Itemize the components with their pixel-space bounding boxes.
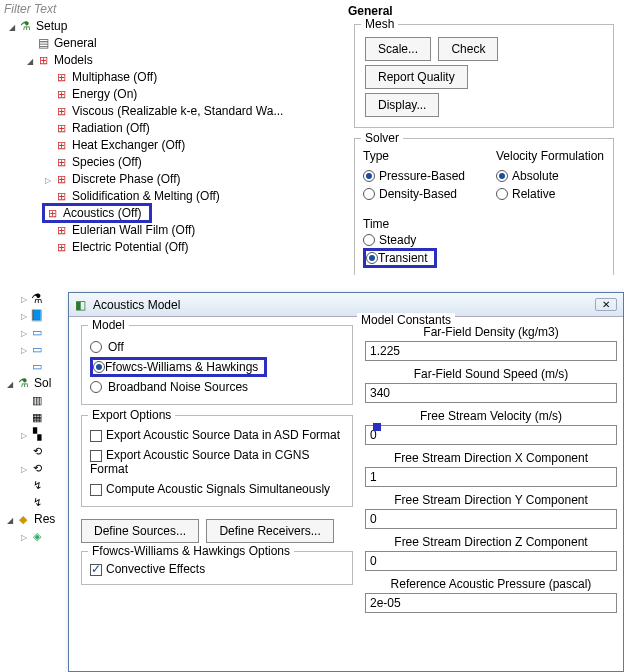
model-group-title: Model <box>88 318 129 332</box>
radio-density-based[interactable]: Density-Based <box>363 185 472 203</box>
tree-setup[interactable]: Setup <box>2 18 338 34</box>
tree-item[interactable] <box>0 426 66 442</box>
radio-absolute[interactable]: Absolute <box>496 167 605 185</box>
model-icon <box>54 104 68 118</box>
highlight-fwh: Ffowcs-Williams & Hawkings <box>90 357 267 377</box>
tree-energy[interactable]: Energy (On) <box>2 86 338 102</box>
disclosure-closed-icon[interactable] <box>18 291 30 305</box>
tree-electric-potential[interactable]: Electric Potential (Off) <box>2 239 338 255</box>
define-sources-button[interactable]: Define Sources... <box>81 519 199 543</box>
tree-item[interactable] <box>0 324 66 340</box>
scale-button[interactable]: Scale... <box>365 37 431 61</box>
shape-icon <box>30 325 44 339</box>
radio-broadband[interactable]: Broadband Noise Sources <box>90 378 344 396</box>
disclosure-open-icon[interactable] <box>4 512 16 526</box>
check-compute-simul[interactable]: Compute Acoustic Signals Simultaneously <box>90 482 344 496</box>
radio-fwh[interactable]: Ffowcs-Williams & Hawkings <box>90 358 344 376</box>
tree-solution[interactable]: Sol <box>0 375 66 391</box>
fsdx-input[interactable] <box>365 467 617 487</box>
tree-item[interactable] <box>0 341 66 357</box>
radio-steady[interactable]: Steady <box>363 231 605 249</box>
tree-label: Sol <box>32 376 53 390</box>
radio-relative[interactable]: Relative <box>496 185 605 203</box>
disclosure-closed-icon[interactable] <box>18 529 30 543</box>
cond-icon <box>30 444 44 458</box>
tree-acoustics[interactable]: Acoustics (Off) <box>2 205 338 221</box>
tree-heat-exchanger[interactable]: Heat Exchanger (Off) <box>2 137 338 153</box>
define-receivers-button[interactable]: Define Receivers... <box>206 519 333 543</box>
setup-icon <box>18 19 32 33</box>
model-icon <box>54 172 68 186</box>
close-button[interactable]: ✕ <box>595 298 617 311</box>
radio-icon <box>496 188 508 200</box>
book-icon <box>30 308 44 322</box>
fsdy-input[interactable] <box>365 509 617 529</box>
report-quality-button[interactable]: Report Quality <box>365 65 468 89</box>
tree-multiphase[interactable]: Multiphase (Off) <box>2 69 338 85</box>
tree-item[interactable] <box>0 392 66 408</box>
sound-input[interactable] <box>365 383 617 403</box>
mesh-group: Mesh Scale... Check Report Quality Displ… <box>354 24 614 128</box>
checkbox-icon <box>90 430 102 442</box>
disclosure-open-icon[interactable] <box>6 19 18 33</box>
dialog-titlebar[interactable]: Acoustics Model ✕ <box>69 293 623 317</box>
fsdz-input[interactable] <box>365 551 617 571</box>
outline-tree: Setup General Models Multiphase (Off) En… <box>0 18 340 255</box>
tree-label: Discrete Phase (Off) <box>70 172 182 186</box>
tree-species[interactable]: Species (Off) <box>2 154 338 170</box>
cond-icon <box>30 461 44 475</box>
cube-icon <box>30 529 44 543</box>
disclosure-closed-icon[interactable] <box>18 342 30 356</box>
disclosure-closed-icon[interactable] <box>18 308 30 322</box>
radio-off[interactable]: Off <box>90 338 344 356</box>
tree-models[interactable]: Models <box>2 52 338 68</box>
check-button[interactable]: Check <box>438 37 498 61</box>
radio-label: Off <box>108 340 124 354</box>
tree-item[interactable] <box>0 307 66 323</box>
tree-eulerian-wall-film[interactable]: Eulerian Wall Film (Off) <box>2 222 338 238</box>
tree-item[interactable] <box>0 477 66 493</box>
display-button[interactable]: Display... <box>365 93 439 117</box>
dialog-icon <box>75 298 89 312</box>
disclosure-open-icon[interactable] <box>4 376 16 390</box>
radio-pressure-based[interactable]: Pressure-Based <box>363 167 472 185</box>
check-export-asd[interactable]: Export Acoustic Source Data in ASD Forma… <box>90 428 344 442</box>
tree-item[interactable] <box>0 358 66 374</box>
tree-item[interactable] <box>0 460 66 476</box>
filter-text-input[interactable]: Filter Text <box>0 0 340 18</box>
radio-transient[interactable]: Transient <box>363 249 605 267</box>
tree-radiation[interactable]: Radiation (Off) <box>2 120 338 136</box>
export-options-group: Export Options Export Acoustic Source Da… <box>81 415 353 507</box>
disclosure-open-icon[interactable] <box>24 53 36 67</box>
tree-label: Electric Potential (Off) <box>70 240 190 254</box>
dialog-title-text: Acoustics Model <box>93 298 595 312</box>
disclosure-closed-icon[interactable] <box>18 427 30 441</box>
tree-solidification[interactable]: Solidification & Melting (Off) <box>2 188 338 204</box>
disclosure-closed-icon[interactable] <box>18 325 30 339</box>
tree-label: Eulerian Wall Film (Off) <box>70 223 197 237</box>
tree-item[interactable] <box>0 494 66 510</box>
tree-item[interactable] <box>0 528 66 544</box>
model-icon <box>54 155 68 169</box>
tree-viscous[interactable]: Viscous (Realizable k-e, Standard Wa... <box>2 103 338 119</box>
disclosure-closed-icon[interactable] <box>42 172 54 186</box>
tree-results[interactable]: Res <box>0 511 66 527</box>
density-input[interactable] <box>365 341 617 361</box>
radio-icon <box>90 381 102 393</box>
shape-icon <box>30 359 44 373</box>
fwh-group-title: Ffowcs-Williams & Hawkings Options <box>88 544 294 558</box>
ref-input[interactable] <box>365 593 617 613</box>
mesh-group-title: Mesh <box>361 17 398 31</box>
tree-item[interactable] <box>0 290 66 306</box>
fsv-input[interactable] <box>365 425 617 445</box>
check-convective[interactable]: Convective Effects <box>90 562 344 576</box>
tree-label: Species (Off) <box>70 155 144 169</box>
tree-item[interactable] <box>0 409 66 425</box>
check-export-cgns[interactable]: Export Acoustic Source Data in CGNS Form… <box>90 448 344 476</box>
tree-item[interactable] <box>0 443 66 459</box>
tree-discrete-phase[interactable]: Discrete Phase (Off) <box>2 171 338 187</box>
tree-general[interactable]: General <box>2 35 338 51</box>
export-group-title: Export Options <box>88 408 175 422</box>
disclosure-closed-icon[interactable] <box>18 461 30 475</box>
page-icon <box>36 36 50 50</box>
